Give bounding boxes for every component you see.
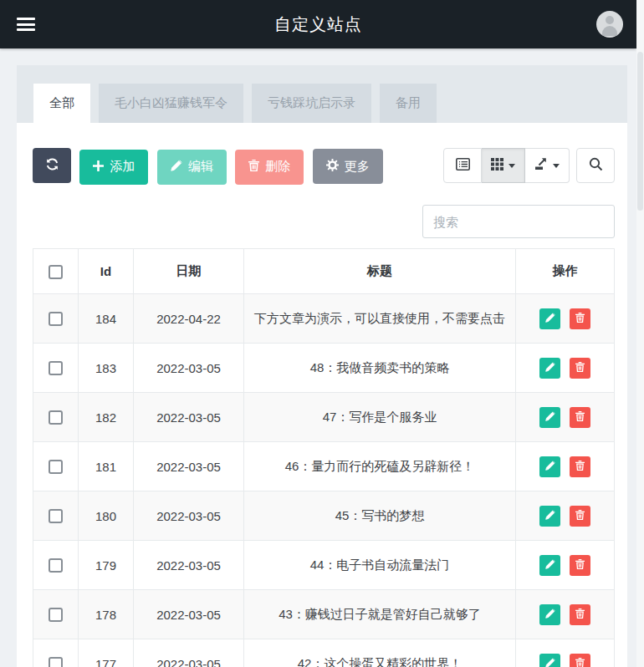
chevron-down-icon: [553, 164, 560, 168]
row-select-cell: [33, 491, 79, 541]
column-header-title[interactable]: 标题: [244, 249, 516, 294]
tab-all[interactable]: 全部: [33, 84, 90, 123]
add-button[interactable]: 添加: [79, 150, 148, 185]
row-checkbox[interactable]: [49, 657, 63, 667]
row-delete-button[interactable]: [570, 654, 590, 667]
row-id: 181: [79, 442, 134, 491]
pencil-icon: [545, 658, 555, 667]
select-all-checkbox[interactable]: [49, 265, 63, 279]
trash-icon: [575, 510, 585, 522]
tab-category-1[interactable]: 毛小白凶猛赚钱军令: [99, 84, 243, 123]
row-delete-button[interactable]: [570, 604, 590, 625]
search-icon: [589, 157, 603, 174]
more-button-label: 更多: [345, 159, 370, 175]
row-delete-button[interactable]: [570, 456, 590, 477]
trash-icon: [575, 658, 585, 667]
row-checkbox[interactable]: [49, 410, 63, 425]
table-row: 184 2022-04-22 下方文章为演示，可以直接使用，不需要点击: [33, 294, 615, 344]
tabs-bar: 全部 毛小白凶猛赚钱军令 亏钱踩坑启示录 备用: [17, 65, 627, 123]
avatar-body-icon: [602, 26, 617, 36]
row-delete-button[interactable]: [570, 506, 590, 527]
pencil-icon: [545, 411, 555, 424]
row-edit-button[interactable]: [539, 654, 560, 667]
toolbar: 添加 编辑 删除: [33, 148, 615, 238]
edit-button[interactable]: 编辑: [157, 150, 227, 185]
table-row: 181 2022-03-05 46：量力而行的死磕及另辟新径！: [33, 442, 615, 491]
row-delete-button[interactable]: [570, 358, 590, 379]
pencil-icon: [171, 160, 182, 174]
row-id: 182: [79, 393, 134, 442]
trash-icon: [575, 313, 585, 325]
row-delete-button[interactable]: [570, 407, 590, 428]
row-title: 下方文章为演示，可以直接使用，不需要点击: [244, 294, 516, 344]
row-checkbox[interactable]: [49, 312, 63, 326]
grid-columns-icon: [491, 158, 503, 173]
row-checkbox[interactable]: [49, 361, 63, 375]
page-scrollbar[interactable]: [636, 0, 644, 667]
detail-view-button[interactable]: [443, 148, 482, 183]
content-panel: 添加 编辑 删除: [17, 123, 627, 667]
row-date: 2022-03-05: [134, 541, 244, 590]
toggle-search-button[interactable]: [576, 148, 615, 183]
row-select-cell: [33, 639, 79, 667]
row-title: 47：写作是个服务业: [244, 393, 516, 442]
row-date: 2022-03-05: [134, 491, 244, 541]
pencil-icon: [545, 362, 555, 374]
list-alt-icon: [456, 158, 470, 173]
row-select-cell: [33, 344, 79, 393]
plus-icon: [93, 160, 104, 174]
row-checkbox[interactable]: [49, 509, 63, 523]
table-row: 177 2022-03-05 42：这个操蛋又精彩的世界！: [33, 639, 615, 667]
more-button[interactable]: 更多: [313, 149, 383, 184]
add-button-label: 添加: [110, 159, 135, 175]
crud-buttons: 添加 编辑 删除: [33, 148, 388, 185]
delete-button[interactable]: 删除: [235, 150, 304, 185]
scrollbar-thumb[interactable]: [637, 52, 643, 211]
row-checkbox[interactable]: [49, 608, 63, 622]
row-id: 177: [79, 639, 134, 667]
row-edit-button[interactable]: [539, 604, 560, 625]
row-checkbox[interactable]: [49, 558, 63, 573]
row-id: 179: [79, 541, 134, 590]
row-edit-button[interactable]: [539, 506, 560, 527]
row-actions: [516, 344, 615, 393]
row-select-cell: [33, 590, 79, 639]
row-edit-button[interactable]: [539, 456, 560, 477]
table-tools: [422, 148, 615, 238]
export-icon: [534, 158, 548, 173]
row-select-cell: [33, 442, 79, 491]
chevron-down-icon: [509, 164, 515, 168]
column-header-id[interactable]: Id: [79, 249, 134, 294]
row-edit-button[interactable]: [539, 358, 560, 379]
row-edit-button[interactable]: [539, 407, 560, 428]
search-box: [422, 205, 615, 238]
row-select-cell: [33, 393, 79, 442]
row-edit-button[interactable]: [539, 308, 560, 329]
row-delete-button[interactable]: [570, 555, 590, 576]
row-delete-button[interactable]: [570, 308, 590, 329]
row-id: 178: [79, 590, 134, 639]
refresh-button[interactable]: [33, 148, 71, 183]
column-header-date[interactable]: 日期: [134, 249, 244, 294]
search-input[interactable]: [422, 205, 615, 238]
row-checkbox[interactable]: [49, 460, 63, 474]
row-id: 184: [79, 294, 134, 344]
user-avatar[interactable]: [596, 11, 623, 38]
table-row: 183 2022-03-05 48：我做音频卖书的策略: [33, 344, 615, 393]
row-date: 2022-03-05: [134, 393, 244, 442]
row-title: 44：电子书自动流量法门: [244, 541, 516, 590]
tab-category-2[interactable]: 亏钱踩坑启示录: [252, 84, 371, 123]
row-date: 2022-03-05: [134, 639, 244, 667]
row-actions: [516, 393, 615, 442]
columns-button[interactable]: [482, 148, 525, 183]
export-button[interactable]: [525, 148, 570, 183]
row-title: 42：这个操蛋又精彩的世界！: [244, 639, 516, 667]
row-edit-button[interactable]: [539, 555, 560, 576]
row-actions: [516, 639, 615, 667]
view-buttons-row: [443, 148, 615, 183]
select-all-cell: [33, 249, 79, 294]
tab-backup[interactable]: 备用: [380, 84, 437, 123]
row-date: 2022-03-05: [134, 442, 244, 491]
table-header-row: Id 日期 标题 操作: [33, 249, 615, 294]
hamburger-menu-icon[interactable]: [17, 18, 35, 31]
